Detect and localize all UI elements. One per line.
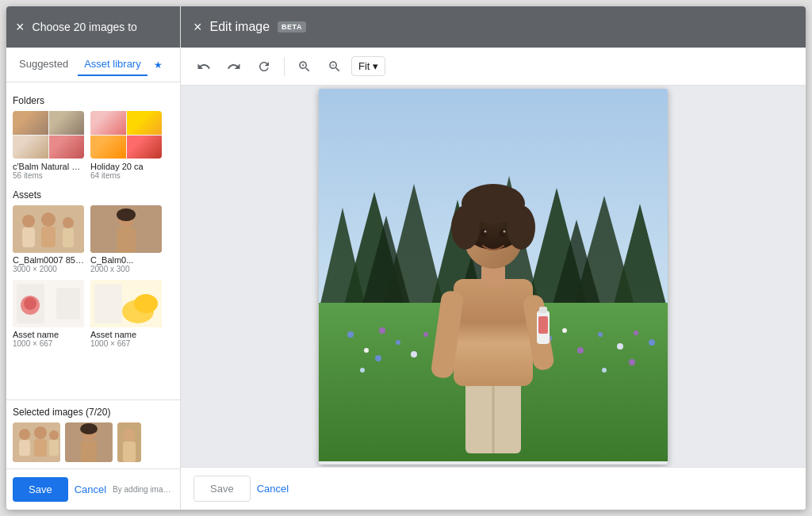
svg-rect-15 — [56, 288, 80, 319]
folder-item-holiday[interactable]: Holiday 20 ca 64 items — [90, 111, 162, 180]
svg-point-52 — [423, 332, 428, 337]
asset-item-2[interactable]: C_Balm0... 2000 x 300 — [90, 205, 162, 273]
star-icon[interactable]: ★ — [154, 59, 163, 71]
assets-section-label: Assets — [13, 189, 174, 201]
fit-label: Fit — [358, 60, 370, 72]
svg-point-5 — [63, 217, 74, 228]
asset-item-4[interactable]: Asset name 1000 × 667 — [90, 280, 162, 348]
folders-section-label: Folders — [13, 95, 174, 106]
svg-point-1 — [22, 215, 35, 227]
asset-item-3[interactable]: Asset name 1000 × 667 — [13, 280, 84, 348]
folder-cell-3 — [13, 136, 48, 159]
fit-dropdown[interactable]: Fit ▾ — [351, 56, 385, 76]
svg-point-56 — [577, 347, 584, 354]
selected-section: Selected images (7/20) — [6, 399, 180, 468]
svg-point-62 — [375, 355, 381, 361]
svg-point-21 — [19, 429, 30, 440]
toolbar-separator-1 — [284, 57, 285, 76]
svg-point-80 — [500, 229, 506, 237]
folder-cell-5 — [90, 111, 126, 135]
selected-thumbs — [13, 422, 174, 462]
svg-point-48 — [364, 348, 369, 353]
selected-thumb-2[interactable] — [65, 422, 113, 462]
left-close-button[interactable]: × — [16, 20, 25, 34]
svg-point-61 — [360, 368, 365, 373]
folder-cell-4 — [49, 136, 85, 159]
image-container — [319, 89, 668, 464]
svg-point-29 — [80, 423, 98, 434]
redo-button[interactable] — [220, 55, 247, 78]
svg-rect-71 — [538, 316, 548, 334]
folder-name-holiday: Holiday 20 ca — [90, 162, 162, 171]
svg-point-32 — [123, 429, 136, 441]
footer-note: By adding images... — [113, 485, 174, 494]
undo-button[interactable] — [190, 55, 217, 78]
beta-badge: BETA — [278, 21, 306, 32]
folder-name-cbalm: c'Balm Natural Summ... — [13, 162, 84, 171]
svg-point-57 — [598, 332, 603, 337]
svg-rect-2 — [22, 227, 35, 247]
svg-rect-22 — [19, 440, 30, 456]
folder-item-cbalm[interactable]: c'Balm Natural Summ... 56 items — [13, 111, 84, 180]
folder-cell-2 — [49, 111, 85, 135]
canvas-area — [181, 86, 806, 467]
selected-thumb-3[interactable] — [117, 422, 141, 462]
svg-point-19 — [134, 294, 158, 313]
svg-point-55 — [562, 328, 567, 333]
asset-dims-2: 2000 x 300 — [90, 265, 162, 273]
left-panel: × Choose 20 images to Suggested Asset li… — [6, 6, 181, 510]
right-cancel-button[interactable]: Cancel — [257, 483, 289, 495]
asset-thumb-3 — [13, 280, 84, 327]
svg-rect-26 — [49, 440, 59, 456]
reset-button[interactable] — [251, 55, 278, 78]
asset-item-1[interactable]: C_Balm0007 855.jpg 3000 × 2000 — [13, 205, 84, 273]
folder-count-holiday: 64 items — [90, 171, 162, 180]
folders-grid: c'Balm Natural Summ... 56 items Holiday … — [13, 111, 174, 180]
asset-thumb-2 — [90, 205, 162, 253]
folder-cell-1 — [13, 111, 48, 135]
svg-rect-17 — [94, 284, 122, 323]
svg-point-59 — [634, 331, 638, 335]
selected-thumb-1[interactable] — [13, 422, 60, 462]
selected-label: Selected images (7/20) — [13, 407, 174, 418]
svg-point-51 — [411, 351, 417, 357]
asset-name-4: Asset name — [90, 330, 162, 339]
svg-point-25 — [49, 430, 59, 440]
right-close-button[interactable]: × — [193, 19, 202, 36]
panel-content: Folders c'Balm Natural Summ... 56 items — [6, 82, 180, 399]
asset-name-1: C_Balm0007 855.jpg — [13, 255, 84, 265]
svg-point-49 — [379, 327, 385, 334]
left-cancel-button[interactable]: Cancel — [75, 484, 106, 495]
asset-thumb-4 — [90, 280, 162, 327]
svg-rect-72 — [539, 307, 547, 313]
right-panel: × Edit image BETA Fit ▾ — [181, 6, 806, 510]
left-header: × Choose 20 images to — [6, 6, 180, 48]
svg-point-3 — [41, 212, 56, 227]
svg-point-82 — [504, 230, 506, 232]
toolbar: Fit ▾ — [181, 48, 806, 86]
svg-point-78 — [462, 184, 525, 224]
folder-cell-6 — [127, 111, 163, 135]
svg-point-47 — [347, 331, 354, 338]
zoom-out-button[interactable] — [321, 55, 348, 78]
right-header-title: Edit image — [210, 20, 270, 34]
svg-rect-33 — [123, 441, 136, 462]
svg-rect-10 — [117, 227, 136, 253]
asset-thumb-1 — [13, 205, 84, 253]
folder-count-cbalm: 56 items — [13, 171, 84, 180]
panel-footer: Save Cancel By adding images... — [6, 468, 180, 510]
tabs-row: Suggested Asset library ★ — [6, 48, 180, 82]
svg-point-58 — [617, 343, 623, 350]
left-header-title: Choose 20 images to — [33, 21, 137, 33]
tab-suggested[interactable]: Suggested — [13, 53, 75, 76]
left-save-button[interactable]: Save — [13, 477, 68, 502]
svg-rect-4 — [41, 227, 56, 247]
tab-asset-library[interactable]: Asset library — [78, 53, 147, 76]
asset-name-2: C_Balm0... — [90, 255, 162, 265]
zoom-in-button[interactable] — [291, 55, 318, 78]
right-save-button[interactable]: Save — [193, 476, 251, 502]
folder-cell-8 — [127, 136, 163, 159]
svg-point-60 — [649, 339, 655, 346]
asset-dims-3: 1000 × 667 — [13, 339, 84, 348]
asset-dims-4: 1000 × 667 — [90, 339, 162, 348]
